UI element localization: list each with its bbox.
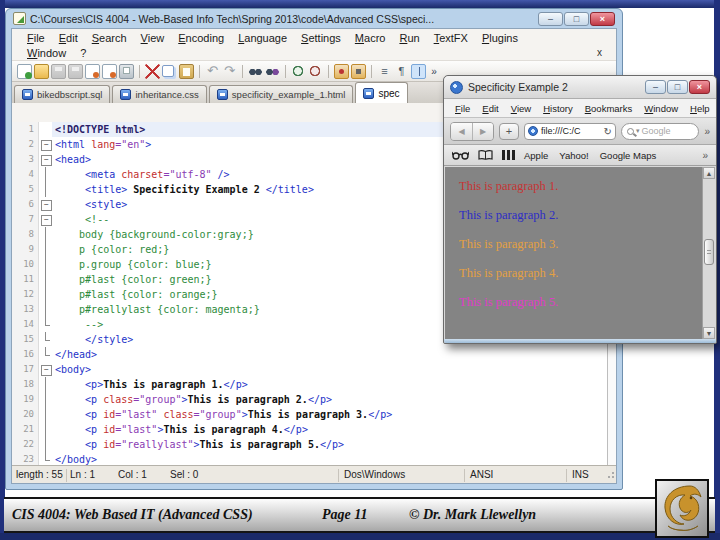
browser-scrollbar[interactable]: ▲ ▼	[702, 167, 715, 339]
bookmark-yahoo[interactable]: Yahoo!	[559, 150, 588, 161]
scroll-down-icon[interactable]: ▼	[703, 327, 715, 339]
overflow-icon[interactable]: »	[428, 64, 440, 79]
close-doc-icon[interactable]	[85, 64, 100, 79]
tab-label: specificity_example_1.html	[232, 89, 346, 100]
zoom-in-icon[interactable]	[291, 64, 306, 79]
reload-icon[interactable]: ↻	[604, 126, 612, 137]
zoom-out-icon[interactable]	[308, 64, 323, 79]
browser-maximize-button[interactable]: □	[667, 80, 688, 94]
redo-icon[interactable]: ↷	[222, 64, 237, 79]
browser-menu-item-file[interactable]: File	[450, 103, 475, 114]
menu-item-edit[interactable]: Edit	[52, 32, 85, 44]
maximize-button[interactable]: □	[564, 12, 589, 26]
forward-button[interactable]: ▶	[472, 123, 493, 140]
menu-item-run[interactable]: Run	[392, 32, 426, 44]
find-icon[interactable]	[248, 64, 263, 79]
record-macro-icon[interactable]	[334, 64, 349, 79]
browser-menu-item-edit[interactable]: Edit	[477, 103, 503, 114]
toolbar-overflow-icon[interactable]: »	[704, 126, 710, 137]
indent-guide-icon[interactable]	[411, 64, 426, 79]
menu-item-search[interactable]: Search	[85, 32, 134, 44]
fold-marker[interactable]	[39, 152, 52, 167]
play-macro-icon[interactable]	[351, 64, 366, 79]
back-button[interactable]: ◀	[451, 123, 472, 140]
save-icon[interactable]	[51, 64, 66, 79]
fold-marker	[39, 317, 52, 332]
paste-icon[interactable]	[179, 64, 194, 79]
new-file-icon[interactable]	[17, 64, 32, 79]
browser-close-button[interactable]: ×	[689, 80, 710, 94]
reader-glasses-icon[interactable]	[452, 151, 469, 160]
footer-page-number: Page 11	[322, 507, 368, 523]
tab-specificity-example-1-html[interactable]: specificity_example_1.html	[209, 85, 354, 103]
word-wrap-icon[interactable]: ≡	[377, 64, 392, 79]
tab-bikedbscript-sql[interactable]: bikedbscript.sql	[14, 85, 110, 103]
menu-item-encoding[interactable]: Encoding	[171, 32, 231, 44]
browser-menu-item-window[interactable]: Window	[639, 103, 683, 114]
tab-label: bikedbscript.sql	[37, 89, 102, 100]
menu-item-plugins[interactable]: Plugins	[475, 32, 525, 44]
bookmark-apple[interactable]: Apple	[524, 150, 548, 161]
menu-item-file[interactable]: File	[20, 32, 52, 44]
undo-icon[interactable]: ↶	[205, 64, 220, 79]
file-icon	[363, 88, 374, 99]
browser-menu-item-help[interactable]: Help	[685, 103, 715, 114]
browser-menu-item-bookmarks[interactable]: Bookmarks	[580, 103, 638, 114]
menu-item-macro[interactable]: Macro	[348, 32, 393, 44]
search-dropdown-icon[interactable]: ▾	[636, 127, 640, 135]
search-input[interactable]: ▾ Google	[621, 123, 699, 140]
top-sites-grid-icon[interactable]	[502, 150, 515, 160]
fold-marker	[39, 287, 52, 302]
menu-item-language[interactable]: Language	[231, 32, 294, 44]
browser-menu-item-view[interactable]: View	[506, 103, 536, 114]
fold-marker	[39, 452, 52, 465]
search-icon	[627, 128, 634, 135]
cut-icon[interactable]	[145, 64, 160, 79]
open-file-icon[interactable]	[34, 64, 49, 79]
address-bar[interactable]: file:///C:/C ↻	[524, 123, 616, 140]
print-icon[interactable]	[119, 64, 134, 79]
browser-paragraph: This is paragraph 5.	[459, 295, 699, 310]
site-icon	[528, 126, 538, 136]
menu-item-window[interactable]: Window	[20, 47, 73, 59]
browser-minimize-button[interactable]: –	[645, 80, 666, 94]
fold-marker[interactable]	[39, 362, 52, 377]
menu-close-icon[interactable]: x	[597, 47, 602, 58]
copy-icon[interactable]	[162, 65, 174, 77]
fold-marker	[39, 437, 52, 452]
fold-marker[interactable]	[39, 212, 52, 227]
toolbar-separator	[242, 65, 243, 78]
fold-marker	[39, 392, 52, 407]
bookmarks-book-icon[interactable]	[478, 150, 493, 160]
notepad-titlebar[interactable]: C:\Courses\CIS 4004 - Web-Based Info Tec…	[11, 9, 617, 28]
menu-item-textfx[interactable]: TextFX	[427, 32, 475, 44]
bookmarks-overflow-icon[interactable]: »	[702, 150, 708, 161]
file-icon	[22, 89, 33, 100]
menu-item-view[interactable]: View	[134, 32, 172, 44]
show-symbols-icon[interactable]: ¶	[394, 64, 409, 79]
notepad-app-icon	[13, 12, 26, 25]
code-line: 20 <p id="last" class="group">This is pa…	[12, 407, 616, 422]
resize-grip[interactable]	[605, 469, 615, 479]
minimize-button[interactable]: –	[538, 12, 563, 26]
browser-menubar: FileEditViewHistoryBookmarksWindowHelp	[444, 99, 716, 118]
bookmark-google-maps[interactable]: Google Maps	[600, 150, 657, 161]
close-button[interactable]: ×	[590, 12, 615, 26]
line-number: 11	[12, 272, 39, 287]
fold-marker[interactable]	[39, 197, 52, 212]
replace-icon[interactable]	[265, 64, 280, 79]
browser-titlebar[interactable]: Specificity Example 2 – □ ×	[444, 76, 716, 99]
new-tab-button[interactable]: +	[499, 123, 519, 140]
browser-menu-item-history[interactable]: History	[538, 103, 578, 114]
menu-item-settings[interactable]: Settings	[294, 32, 348, 44]
menu-item-[interactable]: ?	[73, 47, 93, 59]
save-all-icon[interactable]	[68, 64, 83, 79]
line-number: 15	[12, 332, 39, 347]
scroll-up-icon[interactable]: ▲	[703, 167, 715, 179]
tab-spec[interactable]: spec	[355, 82, 407, 103]
fold-marker[interactable]	[39, 137, 52, 152]
tab-inheritance-css[interactable]: inheritance.css	[112, 85, 206, 103]
scrollbar-thumb[interactable]	[704, 239, 714, 265]
close-all-icon[interactable]	[102, 64, 117, 79]
fold-marker	[39, 227, 52, 242]
